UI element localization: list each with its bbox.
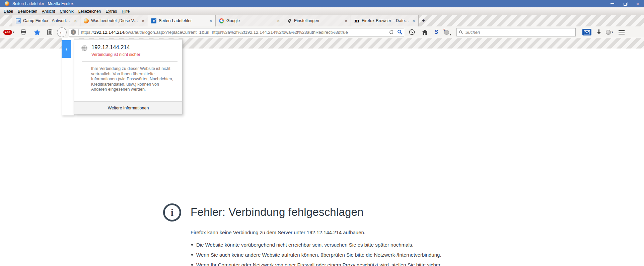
tab-title: Camp Firefox - Antwort er…: [23, 18, 71, 23]
adblock-button[interactable]: ABP ▾: [3, 30, 14, 35]
bullet-dot-icon: [191, 244, 193, 246]
urlbar-search-icon[interactable]: [397, 29, 403, 35]
close-button[interactable]: ×: [631, 0, 644, 7]
envelope-icon: [584, 30, 590, 34]
owa-favicon-icon: o: [151, 18, 156, 23]
tab-seiten-ladefehler[interactable]: oSeiten-Ladefehler×: [148, 15, 215, 26]
popup-description: Ihre Verbindung zu dieser Website ist ni…: [91, 66, 173, 92]
popup-divider: [82, 61, 177, 62]
error-bullet: Wenn Ihr Computer oder Netzwerk von eine…: [191, 261, 450, 266]
tab-close-button[interactable]: ×: [276, 18, 280, 23]
menu-item-hilfe[interactable]: Hilfe: [119, 8, 132, 15]
bullet-dot-icon: [191, 254, 193, 256]
firefox-logo-icon: [5, 1, 9, 6]
google-favicon-icon: [219, 18, 224, 23]
globe-icon: [81, 45, 88, 52]
menu-button[interactable]: [619, 30, 625, 34]
tab-camp-firefox-antwort-er[interactable]: FxCamp Firefox - Antwort er…×: [12, 15, 80, 26]
search-bar[interactable]: [456, 28, 576, 36]
minimize-icon: [611, 3, 614, 4]
error-bullet: Die Website könnte vorübergehend nicht e…: [191, 241, 450, 248]
star-icon: [34, 29, 41, 35]
overflow-caret-icon[interactable]: ▾: [612, 30, 613, 34]
chevron-down-icon: ▾: [450, 33, 451, 36]
popup-host: 192.12.144.214: [91, 44, 140, 51]
tab-was-bedeutet-diese-verbi[interactable]: Was bedeutet „Diese Verbi…×: [80, 15, 148, 26]
mail-button[interactable]: [582, 29, 591, 35]
tab-title: Firefox-Browser – Datensc…: [362, 18, 409, 23]
error-title: Fehler: Verbindung fehlgeschlagen: [191, 205, 455, 219]
menu-bar: DateiBearbeitenAnsichtChronikLesezeichen…: [0, 7, 644, 15]
menu-item-lesezeichen[interactable]: Lesezeichen: [76, 8, 103, 15]
firefox-favicon-icon: [84, 18, 89, 23]
globe-icon: [606, 30, 611, 35]
menu-item-ansicht[interactable]: Ansicht: [40, 8, 57, 15]
clipboard-icon: [47, 29, 52, 35]
tab-close-button[interactable]: ×: [209, 18, 213, 23]
new-tab-button[interactable]: +: [418, 15, 428, 26]
popup-side-strip: ‹: [62, 38, 74, 115]
popup-more-info-link[interactable]: Weitere Informationen: [74, 101, 182, 114]
extension-badge: 0: [443, 28, 445, 31]
adblock-icon: ABP: [3, 30, 12, 35]
minimize-button[interactable]: [606, 0, 619, 7]
reload-icon[interactable]: [389, 30, 394, 35]
menu-item-chronik[interactable]: Chronik: [57, 8, 76, 15]
error-divider: [191, 222, 455, 222]
search-icon: [459, 30, 463, 34]
error-bullet: Wenn Sie auch keine andere Website aufru…: [191, 251, 450, 258]
tab-firefox-browser-datensc[interactable]: mFirefox-Browser – Datensc…×: [351, 15, 418, 26]
extension-button[interactable]: 0 ▾: [444, 30, 449, 35]
home-button[interactable]: [422, 29, 428, 35]
popup-back-button[interactable]: ‹: [62, 40, 71, 58]
history-clock-button[interactable]: [409, 29, 415, 35]
menu-item-bearbeiten[interactable]: Bearbeiten: [15, 8, 40, 15]
tab-close-button[interactable]: ×: [141, 18, 145, 23]
download-button[interactable]: [596, 29, 602, 35]
fx-forum-favicon-icon: Fx: [16, 18, 21, 23]
tab-title: Google: [226, 18, 274, 23]
search-input[interactable]: [465, 30, 573, 35]
restore-icon: [624, 3, 627, 6]
bookmark-star-button[interactable]: [34, 29, 41, 35]
print-button[interactable]: [20, 29, 26, 35]
tab-title: Seiten-Ladefehler: [159, 18, 206, 23]
url-bar[interactable]: i https://192.12.144.214/owa/auth/logon.…: [69, 28, 404, 36]
tab-title: Was bedeutet „Diese Verbi…: [91, 18, 139, 23]
skype-extension-button[interactable]: S: [435, 29, 438, 35]
chevron-down-icon: ▾: [13, 30, 14, 34]
clipboard-button[interactable]: [47, 29, 52, 35]
back-button[interactable]: ←: [57, 27, 67, 37]
tab-title: Einstellungen: [294, 18, 342, 23]
popup-pointer: [65, 36, 72, 40]
error-page: i Fehler: Verbindung fehlgeschlagen Fire…: [191, 205, 455, 266]
tab-bar: FxCamp Firefox - Antwort er…×Was bedeute…: [0, 15, 644, 26]
tab-einstellungen[interactable]: Einstellungen×: [283, 15, 351, 26]
window-title: Seiten-Ladefehler - Mozilla Firefox: [12, 1, 74, 6]
identity-info-icon[interactable]: i: [71, 29, 76, 35]
tab-close-button[interactable]: ×: [73, 18, 77, 23]
url-text[interactable]: https://192.12.144.214/owa/auth/logon.as…: [81, 30, 386, 35]
maximize-button[interactable]: [619, 0, 631, 7]
tab-close-button[interactable]: ×: [412, 18, 416, 23]
menu-item-extras[interactable]: Extras: [103, 8, 119, 15]
url-host: 192.12.144.214: [94, 30, 124, 35]
gear-favicon-icon: [287, 18, 292, 23]
download-icon: [596, 29, 602, 35]
printer-icon: [20, 29, 26, 35]
tab-close-button[interactable]: ×: [344, 18, 348, 23]
tab-google[interactable]: Google×: [215, 15, 283, 26]
identity-popup: 192.12.144.214 Verbindung ist nicht sich…: [74, 39, 183, 114]
error-description: Firefox kann keine Verbindung zu dem Ser…: [191, 229, 455, 236]
info-circle-icon: i: [163, 203, 181, 221]
url-scheme: https://: [81, 30, 94, 35]
globe-extension-button[interactable]: [606, 30, 611, 35]
nav-toolbar: ABP ▾ ← i https://192.12.1: [0, 26, 644, 38]
url-path: /owa/auth/logon.aspx?replaceCurrent=1&ur…: [124, 30, 348, 35]
popup-warning: Verbindung ist nicht sicher: [91, 52, 140, 57]
clock-icon: [409, 29, 415, 35]
error-bullets: Die Website könnte vorübergehend nicht e…: [191, 241, 455, 266]
bullet-dot-icon: [191, 264, 193, 266]
home-icon: [422, 29, 428, 35]
menu-item-datei[interactable]: Datei: [1, 8, 15, 15]
